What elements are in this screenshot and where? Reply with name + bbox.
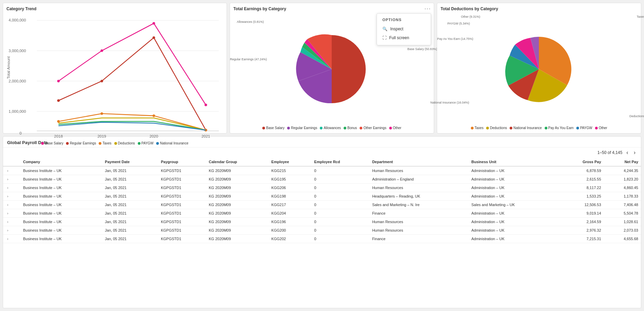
cell-employee-rcd: 0 bbox=[312, 226, 369, 235]
row-expand-button[interactable]: › bbox=[6, 177, 10, 181]
th-employee-rcd: Employee Rcd bbox=[312, 158, 369, 166]
cell-business-unit: Sales and Marketing – UK bbox=[469, 201, 560, 209]
row-expand-button[interactable]: › bbox=[6, 186, 10, 190]
cell-company: Business Institute – UK bbox=[20, 201, 102, 209]
cell-employee: KGG217 bbox=[269, 201, 312, 209]
cell-gross-pay: 12,506.53 bbox=[559, 201, 604, 209]
table-row: › Business Institute – UK Jan, 05 2021 K… bbox=[3, 218, 641, 226]
earnings-title: Total Earnings by Category bbox=[233, 6, 430, 11]
th-paygroup: Paygroup bbox=[158, 158, 206, 166]
svg-point-17 bbox=[57, 80, 60, 82]
row-expand-button[interactable]: › bbox=[6, 212, 10, 215]
paygw-label: PAYGW (5.34%) bbox=[447, 22, 470, 25]
table-row: › Business Institute – UK Jan, 05 2021 K… bbox=[3, 175, 641, 184]
earnings-options-button[interactable]: ··· bbox=[425, 6, 431, 12]
next-page-button[interactable]: › bbox=[632, 149, 637, 156]
cell-department: Headquarters – Reading, UK bbox=[369, 192, 469, 201]
base-salary-label: Base Salary (50.83%) bbox=[407, 47, 437, 51]
cell-employee-rcd: 0 bbox=[312, 166, 369, 175]
th-company: Company bbox=[20, 158, 102, 166]
table-scroll[interactable]: Company Payment Date Paygroup Calendar G… bbox=[3, 158, 641, 308]
earnings-pie-svg bbox=[294, 32, 369, 107]
cell-net-pay: 7,406.48 bbox=[604, 201, 641, 209]
cell-net-pay: 4,860.45 bbox=[604, 184, 641, 192]
svg-point-21 bbox=[57, 99, 60, 102]
th-gross-pay: Gross Pay bbox=[559, 158, 604, 166]
cell-company: Business Institute – UK bbox=[20, 235, 102, 243]
allowances-label: Allowances (0.81%) bbox=[237, 20, 264, 24]
svg-text:2021: 2021 bbox=[201, 134, 210, 138]
cell-company: Business Institute – UK bbox=[20, 218, 102, 226]
svg-text:2018: 2018 bbox=[54, 134, 63, 138]
row-expand-button[interactable]: › bbox=[6, 169, 10, 173]
cell-business-unit: Administration – UK bbox=[469, 218, 560, 226]
cell-department: Human Resources bbox=[369, 226, 469, 235]
earnings-legend: Base Salary Regular Earnings Allowances … bbox=[233, 126, 430, 130]
cell-employee-rcd: 0 bbox=[312, 184, 369, 192]
category-trend-legend: Base Salary Regular Earnings Taxes Deduc… bbox=[6, 141, 223, 145]
legend-dot-taxes bbox=[99, 142, 101, 145]
cell-paygroup: KGPGSTD1 bbox=[158, 209, 206, 218]
svg-point-25 bbox=[57, 120, 60, 123]
cell-employee-rcd: 0 bbox=[312, 201, 369, 209]
table-row: › Business Institute – UK Jan, 05 2021 K… bbox=[3, 201, 641, 209]
svg-text:Year: Year bbox=[124, 140, 132, 140]
svg-point-27 bbox=[152, 114, 155, 117]
cell-paygroup: KGPGSTD1 bbox=[158, 201, 206, 209]
table-body: › Business Institute – UK Jan, 05 2021 K… bbox=[3, 166, 641, 243]
cell-paygroup: KGPGSTD1 bbox=[158, 218, 206, 226]
svg-text:0: 0 bbox=[19, 131, 21, 135]
cell-employee: KGG206 bbox=[269, 184, 312, 192]
cell-gross-pay: 2,164.59 bbox=[559, 218, 604, 226]
inspect-option[interactable]: 🔍 Inspect bbox=[377, 25, 431, 33]
prev-page-button[interactable]: ‹ bbox=[625, 149, 629, 156]
table-row: › Business Institute – UK Jan, 05 2021 K… bbox=[3, 209, 641, 218]
cell-paygroup: KGPGSTD1 bbox=[158, 226, 206, 235]
other-label: Other (9.31%) bbox=[461, 15, 480, 18]
th-employee: Employee bbox=[269, 158, 312, 166]
fullscreen-option[interactable]: ⛶ Full screen bbox=[377, 33, 431, 42]
cell-employee: KGG195 bbox=[269, 175, 312, 184]
earnings-panel: Total Earnings by Category ··· OPTIONS 🔍… bbox=[230, 3, 434, 134]
row-expand-button[interactable]: › bbox=[6, 220, 10, 224]
cell-department: Administration – England bbox=[369, 175, 469, 184]
cell-business-unit: Administration – UK bbox=[469, 226, 560, 235]
cell-payment-date: Jan, 05 2021 bbox=[102, 175, 158, 184]
cell-gross-pay: 2,976.32 bbox=[559, 226, 604, 235]
th-expand bbox=[3, 158, 20, 166]
deductions-slice-label: Deductions (24.62%) bbox=[629, 114, 644, 118]
cell-calendar-group: KG 2020M09 bbox=[206, 209, 269, 218]
cell-employee-rcd: 0 bbox=[312, 235, 369, 243]
cell-calendar-group: KG 2020M09 bbox=[206, 184, 269, 192]
deductions-panel: Total Deductions by Category bbox=[437, 3, 641, 134]
cell-net-pay: 4,655.68 bbox=[604, 235, 641, 243]
cell-employee-rcd: 0 bbox=[312, 175, 369, 184]
row-expand-button[interactable]: › bbox=[6, 237, 10, 241]
cell-employee: KGG202 bbox=[269, 235, 312, 243]
row-expand-button[interactable]: › bbox=[6, 203, 10, 207]
legend-taxes: Taxes bbox=[99, 141, 111, 145]
cell-payment-date: Jan, 05 2021 bbox=[102, 192, 158, 201]
legend-deductions: Deductions bbox=[114, 141, 135, 145]
options-title: OPTIONS bbox=[377, 16, 431, 25]
svg-text:2020: 2020 bbox=[149, 134, 158, 138]
cell-business-unit: Administration – UK bbox=[469, 235, 560, 243]
row-expand-button[interactable]: › bbox=[6, 195, 10, 198]
legend-national-insurance: National Insurance bbox=[156, 141, 188, 145]
svg-point-23 bbox=[152, 36, 155, 39]
svg-text:2019: 2019 bbox=[98, 134, 106, 138]
cell-gross-pay: 2,615.55 bbox=[559, 175, 604, 184]
cell-employee-rcd: 0 bbox=[312, 209, 369, 218]
cell-calendar-group: KG 2020M09 bbox=[206, 235, 269, 243]
th-calendar-group: Calendar Group bbox=[206, 158, 269, 166]
cell-net-pay: 4,244.35 bbox=[604, 166, 641, 175]
cell-employee-rcd: 0 bbox=[312, 192, 369, 201]
cell-employee-rcd: 0 bbox=[312, 218, 369, 226]
cell-department: Finance bbox=[369, 209, 469, 218]
row-expand-button[interactable]: › bbox=[6, 229, 10, 232]
cell-calendar-group: KG 2020M09 bbox=[206, 201, 269, 209]
category-trend-title: Category Trend bbox=[6, 6, 223, 11]
th-net-pay: Net Pay bbox=[604, 158, 641, 166]
cell-payment-date: Jan, 05 2021 bbox=[102, 218, 158, 226]
cell-gross-pay: 6,878.59 bbox=[559, 166, 604, 175]
